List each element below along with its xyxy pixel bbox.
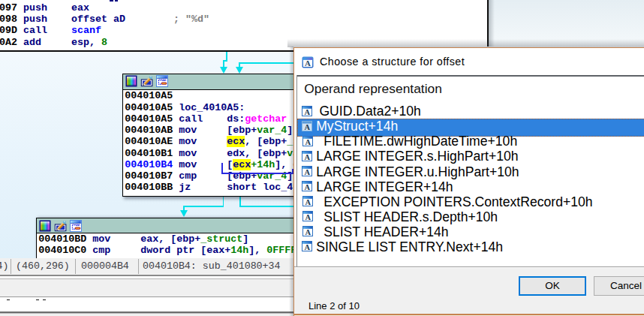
svg-text:A: A — [305, 243, 311, 251]
svg-text:A: A — [305, 228, 311, 236]
svg-text:A: A — [305, 168, 311, 176]
svg-text:A: A — [305, 213, 311, 221]
svg-text:A: A — [305, 108, 311, 116]
svg-text:A: A — [305, 59, 311, 68]
svg-text:A: A — [305, 138, 311, 146]
svg-text:A: A — [305, 183, 311, 191]
svg-text:A: A — [305, 198, 311, 206]
svg-text:A: A — [305, 153, 311, 161]
svg-text:A: A — [305, 123, 311, 131]
